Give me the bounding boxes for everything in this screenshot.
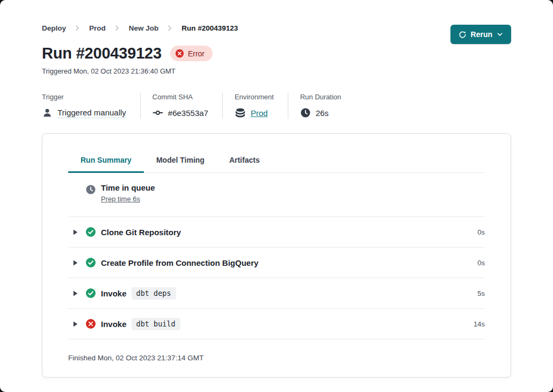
success-icon bbox=[85, 288, 96, 299]
git-commit-icon bbox=[152, 107, 163, 118]
error-icon bbox=[85, 318, 96, 329]
chevron-right-icon bbox=[75, 25, 80, 31]
tab-artifacts[interactable]: Artifacts bbox=[217, 156, 272, 173]
step-title: Create Profile from Connection BigQuery bbox=[101, 258, 258, 267]
step-title: Invoke bbox=[101, 289, 127, 298]
triggered-timestamp: Triggered Mon, 02 Oct 2023 21:36:40 GMT bbox=[42, 67, 511, 75]
status-badge: Error bbox=[170, 46, 213, 61]
chevron-right-icon bbox=[115, 25, 120, 31]
step-duration: 0s bbox=[477, 259, 485, 267]
tab-run-summary[interactable]: Run Summary bbox=[68, 156, 144, 173]
finished-timestamp: Finished Mon, 02 Oct 2023 21:37:14 GMT bbox=[68, 339, 485, 362]
run-summary-card: Run Summary Model Timing Artifacts Time … bbox=[42, 133, 511, 378]
command-chip: dbt build bbox=[132, 318, 180, 330]
refresh-icon bbox=[459, 31, 467, 39]
step-row-clone-git[interactable]: Clone Git Repository 0s bbox=[68, 217, 485, 248]
run-duration-value: 26s bbox=[316, 108, 329, 118]
step-row-dbt-build[interactable]: Invoke dbt build 14s bbox=[68, 309, 485, 339]
breadcrumb-current-run: Run #200439123 bbox=[181, 24, 238, 32]
step-row-create-profile[interactable]: Create Profile from Connection BigQuery … bbox=[68, 248, 485, 278]
step-title: Clone Git Repository bbox=[101, 228, 181, 237]
database-icon bbox=[235, 107, 246, 119]
status-badge-label: Error bbox=[188, 49, 205, 58]
step-duration: 0s bbox=[477, 228, 485, 236]
error-circle-icon bbox=[175, 49, 184, 58]
meta-commit-sha: Commit SHA #6e3553a7 bbox=[152, 93, 223, 119]
expand-caret-icon[interactable] bbox=[72, 259, 80, 266]
expand-caret-icon[interactable] bbox=[72, 229, 80, 236]
trigger-value[interactable]: Triggered manually bbox=[57, 108, 126, 118]
breadcrumb-new-job[interactable]: New Job bbox=[129, 24, 159, 32]
rerun-button-label: Rerun bbox=[471, 30, 492, 39]
clock-icon bbox=[85, 183, 96, 197]
command-chip: dbt deps bbox=[132, 287, 176, 300]
meta-label: Trigger bbox=[42, 93, 126, 101]
step-row-dbt-deps[interactable]: Invoke dbt deps 5s bbox=[68, 278, 485, 309]
step-duration: 14s bbox=[474, 320, 485, 328]
expand-caret-icon[interactable] bbox=[72, 290, 80, 297]
breadcrumb-deploy[interactable]: Deploy bbox=[42, 24, 66, 32]
step-title: Invoke bbox=[101, 320, 127, 329]
step-duration: 5s bbox=[477, 289, 485, 297]
queue-row: Time in queue Prep time 6s bbox=[68, 173, 485, 217]
meta-label: Run Duration bbox=[300, 93, 341, 101]
page-title: Run #200439123 bbox=[42, 45, 162, 62]
environment-link[interactable]: Prod bbox=[251, 108, 268, 118]
chevron-right-icon bbox=[168, 25, 172, 31]
chevron-down-icon bbox=[497, 31, 503, 38]
breadcrumb: Deploy Prod New Job Run #200439123 bbox=[42, 24, 511, 32]
run-metadata: Trigger Triggered manually Commit SHA #6… bbox=[42, 93, 511, 119]
meta-run-duration: Run Duration 26s bbox=[300, 93, 355, 119]
tab-bar: Run Summary Model Timing Artifacts bbox=[68, 156, 485, 173]
commit-sha-value: #6e3553a7 bbox=[168, 108, 208, 118]
success-icon bbox=[85, 257, 96, 268]
prep-time-link[interactable]: Prep time 6s bbox=[101, 195, 140, 203]
meta-label: Commit SHA bbox=[152, 93, 208, 101]
app-window: Deploy Prod New Job Run #200439123 Run #… bbox=[0, 0, 553, 392]
meta-label: Environment bbox=[235, 93, 274, 101]
success-icon bbox=[85, 227, 96, 237]
expand-caret-icon[interactable] bbox=[72, 321, 80, 328]
meta-environment: Environment Prod bbox=[235, 93, 288, 119]
person-icon bbox=[42, 107, 53, 118]
clock-icon bbox=[300, 107, 311, 118]
queue-title: Time in queue bbox=[101, 183, 155, 192]
meta-trigger: Trigger Triggered manually bbox=[42, 93, 141, 119]
rerun-button[interactable]: Rerun bbox=[450, 25, 511, 44]
tab-model-timing[interactable]: Model Timing bbox=[144, 156, 217, 173]
breadcrumb-prod[interactable]: Prod bbox=[89, 24, 106, 32]
